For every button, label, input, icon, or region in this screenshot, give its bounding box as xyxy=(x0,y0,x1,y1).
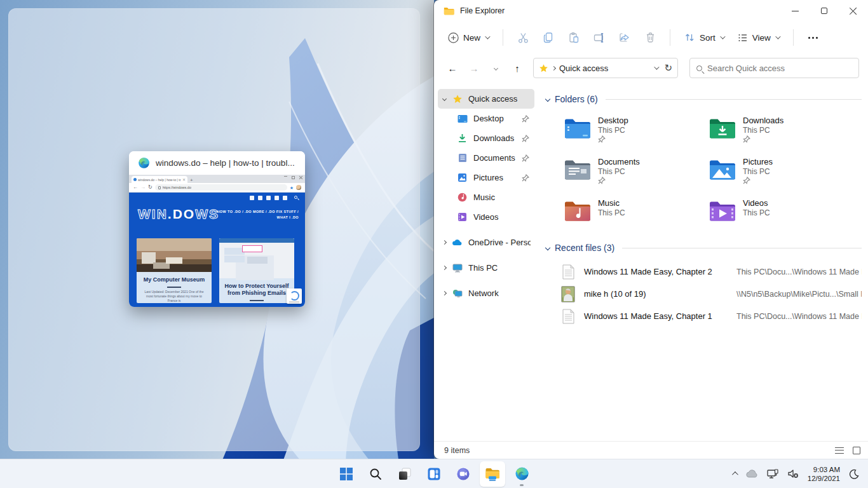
rename-button[interactable] xyxy=(587,27,611,48)
divider xyxy=(793,29,794,46)
this-pc-icon xyxy=(452,262,463,273)
museum-photo xyxy=(137,238,212,272)
minimize-button[interactable] xyxy=(780,0,810,22)
chevron-right-icon[interactable] xyxy=(442,291,447,295)
address-bar[interactable]: Quick access ↻ xyxy=(533,58,678,78)
view-button[interactable]: View xyxy=(731,29,785,47)
sidebar-item-network[interactable]: Network xyxy=(438,283,534,303)
widgets-button[interactable] xyxy=(421,461,447,487)
pin-icon xyxy=(522,115,529,123)
chevron-right-icon[interactable] xyxy=(442,266,447,270)
sort-button[interactable]: Sort xyxy=(678,28,730,47)
collapse-chevron-icon[interactable] xyxy=(545,97,550,102)
search-box[interactable] xyxy=(689,58,859,78)
sidebar-item-pictures[interactable]: Pictures xyxy=(438,168,534,187)
recent-file-row[interactable]: Windows 11 Made Easy, Chapter 1 This PC\… xyxy=(560,305,862,327)
delete-button[interactable] xyxy=(638,27,662,48)
network-tray-icon[interactable] xyxy=(767,469,778,479)
folder-location: This PC xyxy=(743,126,783,135)
desktop: windows.do – help | how-to | troubl... w… xyxy=(0,0,434,488)
sidebar-item-quick-access[interactable]: Quick access xyxy=(438,89,534,109)
sidebar-label: Pictures xyxy=(473,173,516,182)
sidebar-item-desktop[interactable]: Desktop xyxy=(438,109,534,128)
volume-muted-icon[interactable] xyxy=(787,469,799,478)
mini-favicon xyxy=(133,178,137,181)
maximize-button[interactable] xyxy=(810,0,839,22)
hidden-icons-chevron[interactable] xyxy=(732,471,738,478)
paste-button[interactable] xyxy=(562,27,586,48)
see-more-button[interactable] xyxy=(801,27,825,48)
file-explorer-button[interactable] xyxy=(480,461,505,487)
task-view-button[interactable] xyxy=(392,461,417,487)
mini-url-box: https://windows.do xyxy=(155,184,287,191)
clock[interactable]: 9:03 AM 12/9/2021 xyxy=(808,465,840,483)
mini-forward-icon: → xyxy=(140,185,146,190)
pin-icon xyxy=(522,154,529,162)
folder-tile-documents[interactable]: Documents This PC xyxy=(560,153,705,190)
chevron-down-icon[interactable] xyxy=(442,97,447,101)
explorer-titlebar[interactable]: File Explorer xyxy=(434,0,868,22)
sidebar-item-downloads[interactable]: Downloads xyxy=(438,128,534,148)
share-button[interactable] xyxy=(613,27,637,48)
folder-name: Music xyxy=(598,198,625,208)
folders-group-header[interactable]: Folders (6) xyxy=(546,94,862,104)
mini-window-controls xyxy=(284,176,302,179)
details-view-icon[interactable] xyxy=(835,447,844,454)
sidebar-item-onedrive[interactable]: OneDrive - Personal xyxy=(438,233,534,252)
large-icons-view-icon[interactable] xyxy=(853,447,860,454)
divider xyxy=(670,29,670,46)
up-button[interactable]: ↑ xyxy=(508,58,527,78)
mini-lock-icon xyxy=(158,186,161,189)
mini-social-icons xyxy=(250,196,287,200)
back-button[interactable]: ← xyxy=(443,58,462,78)
folder-name: Videos xyxy=(743,198,770,208)
onedrive-tray-icon[interactable] xyxy=(745,470,758,478)
view-label: View xyxy=(752,33,771,43)
recent-file-path: This PC\Docu...\Windows 11 Made Easy xyxy=(736,312,862,321)
pin-icon xyxy=(743,177,750,184)
recent-file-row[interactable]: mike h (10 of 19) \\N5\n5\Backup\Mike\Pi… xyxy=(560,283,862,305)
refresh-button[interactable]: ↻ xyxy=(664,62,672,74)
documents-folder-icon xyxy=(564,156,592,184)
search-input[interactable] xyxy=(707,64,852,73)
collapse-chevron-icon[interactable] xyxy=(545,245,550,250)
recent-files-group-header[interactable]: Recent files (3) xyxy=(546,243,862,253)
sidebar-item-videos[interactable]: Videos xyxy=(438,207,534,227)
photo-thumbnail xyxy=(560,286,576,302)
edge-button[interactable] xyxy=(509,461,534,487)
cut-button[interactable] xyxy=(511,27,535,48)
new-button[interactable]: New xyxy=(442,28,495,48)
forward-button[interactable]: → xyxy=(465,58,484,78)
pin-icon xyxy=(598,135,606,143)
folder-tile-videos[interactable]: Videos This PC xyxy=(705,194,850,231)
copy-button[interactable] xyxy=(536,27,560,48)
thumbnail-title: windows.do – help | how-to | troubl... xyxy=(156,158,295,168)
focus-assist-moon-icon[interactable] xyxy=(849,469,859,479)
recent-file-path: This PC\Docu...\Windows 11 Made Easy xyxy=(736,268,862,276)
running-indicator xyxy=(520,484,524,486)
recent-file-name: mike h (10 of 19) xyxy=(584,289,729,299)
chat-button[interactable] xyxy=(451,461,476,487)
folder-tile-downloads[interactable]: Downloads This PC xyxy=(705,112,850,149)
start-button[interactable] xyxy=(334,461,359,487)
recent-locations-button[interactable] xyxy=(486,58,505,78)
sidebar-item-music[interactable]: Music xyxy=(438,187,534,207)
pictures-icon xyxy=(457,172,468,183)
address-dropdown-icon[interactable] xyxy=(654,64,660,69)
snap-thumbnail-edge-window[interactable]: windows.do – help | how-to | troubl... w… xyxy=(129,151,305,307)
sidebar-item-documents[interactable]: Documents xyxy=(438,148,534,168)
card2-divider xyxy=(250,300,264,301)
recent-files-list: Windows 11 Made Easy, Chapter 2 This PC\… xyxy=(546,255,862,327)
search-button[interactable] xyxy=(363,461,388,487)
folder-tile-pictures[interactable]: Pictures This PC xyxy=(705,153,850,190)
close-button[interactable] xyxy=(839,0,868,22)
address-row: ← → ↑ Quick access ↻ xyxy=(434,53,868,83)
onedrive-cloud-icon xyxy=(452,237,463,248)
folder-tile-desktop[interactable]: Desktop This PC xyxy=(560,112,705,149)
recent-file-row[interactable]: Windows 11 Made Easy, Chapter 2 This PC\… xyxy=(560,261,862,283)
site-cards: My Computer Museum Last Updated: Decembe… xyxy=(137,238,297,303)
sidebar-item-this-pc[interactable]: This PC xyxy=(438,258,534,278)
chevron-right-icon[interactable] xyxy=(442,240,447,245)
twitter-icon xyxy=(250,196,254,200)
folder-tile-music[interactable]: Music This PC xyxy=(560,194,705,231)
